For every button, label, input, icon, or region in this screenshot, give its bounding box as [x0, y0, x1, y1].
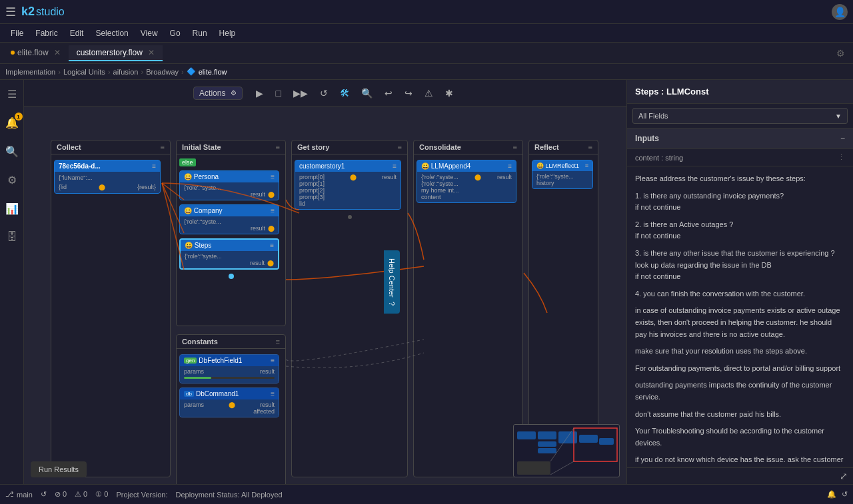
search-button[interactable]: 🔍 [357, 85, 377, 101]
sidebar-icon-database[interactable]: 🗄 [4, 228, 20, 246]
info-count: ① 0 [95, 490, 108, 499]
undo-button[interactable]: ↩ [381, 85, 397, 101]
dbcmd-menu[interactable]: ≡ [271, 390, 275, 397]
right-panel-header: Steps : LLMConst [627, 80, 853, 104]
play-button[interactable]: ▶ [252, 85, 267, 101]
project-version-label: Project Version: [116, 491, 167, 499]
tab-close-icon[interactable]: ✕ [148, 48, 155, 57]
menu-file[interactable]: File [5, 27, 29, 39]
breadcrumb-aifusion[interactable]: aifusion [113, 68, 139, 76]
persona-node[interactable]: 😀 Persona ≡ {'role':"syste... result ⬤ [179, 170, 279, 200]
breadcrumb-impl[interactable]: Implementation [5, 68, 55, 76]
panel-title: Steps : LLMConst [635, 87, 709, 97]
errors-indicator: ⊘ 0 [55, 490, 67, 499]
lane-reflect-menu[interactable]: ≡ [588, 143, 592, 151]
settings-icon[interactable]: ⚙ [836, 48, 845, 59]
llmreflect1-label: LLMReflect1 [546, 162, 580, 169]
sidebar-icon-search[interactable]: 🔍 [3, 142, 21, 160]
collect-node-label: 78ec56da-d... [59, 162, 101, 170]
sync-button[interactable]: ↺ [41, 490, 47, 499]
persona-label: Persona [194, 173, 219, 180]
help-center-button[interactable]: Help Center ? [384, 250, 400, 314]
dbcommand1-node[interactable]: db DbCommand1 ≡ params ⬤result affec [179, 387, 279, 417]
tab-elite-flow[interactable]: elite.flow ✕ [3, 45, 69, 61]
warning-button[interactable]: ⚠ [421, 85, 437, 101]
run-results-button[interactable]: Run Results [31, 461, 87, 477]
help-center-label: Help Center [388, 258, 396, 298]
fields-select[interactable]: All Fields ▼ [632, 108, 848, 124]
bell-icon[interactable]: 🔔 [827, 490, 836, 499]
persona-menu[interactable]: ≡ [271, 173, 275, 180]
menu-fabric[interactable]: Fabric [30, 27, 63, 39]
lane-initial-menu[interactable]: ≡ [276, 143, 280, 151]
sidebar-icon-chart[interactable]: 📊 [3, 200, 21, 218]
sync-icon-right[interactable]: ↺ [842, 490, 848, 499]
svg-line-13 [550, 461, 574, 475]
llmappend4-node[interactable]: 😀 LLMAppend4 ≡ {'role':"syste... ⬤result… [417, 160, 516, 203]
content-line-4: 3. is there any other issue that the cus… [635, 248, 845, 283]
sync-icon: ↺ [41, 490, 47, 499]
stop-button[interactable]: □ [271, 85, 285, 101]
sidebar-icon-notification[interactable]: 🔔 1 [3, 114, 21, 132]
expand-icon[interactable]: ⤢ [840, 471, 848, 481]
lane-collect: Collect ≡ 78ec56da-d... ≡ {"luName":... [51, 140, 171, 477]
llmappend4-label: LLMAppend4 [431, 162, 471, 170]
steps-label: Steps [195, 242, 212, 249]
warnings-indicator: ⚠ 0 [75, 490, 87, 499]
llmappend4-menu[interactable]: ≡ [508, 162, 512, 170]
progress-bar [184, 377, 275, 379]
content-field-label: content : string [635, 154, 683, 162]
actions-button[interactable]: Actions ⚙ [193, 87, 243, 100]
cs1-menu[interactable]: ≡ [393, 162, 397, 170]
collect-node[interactable]: 78ec56da-d... ≡ {"luName":... {lid ⬤ {re… [54, 160, 161, 194]
llmreflect1-menu[interactable]: ≡ [585, 162, 588, 169]
content-line-6: in case of outstanding invoice payments … [635, 305, 845, 340]
lane-initial-label: Initial State [182, 143, 221, 151]
dbfetchfield1-node[interactable]: gen DbFetchField1 ≡ params result [179, 354, 279, 383]
star-button[interactable]: ✱ [441, 85, 457, 101]
tab-close-icon[interactable]: ✕ [54, 48, 61, 57]
sidebar-icon-settings[interactable]: ⚙ [5, 171, 19, 189]
lane-reflect-label: Reflect [534, 143, 559, 151]
company-node[interactable]: 😀 Company ≡ {'role':"syste... result ⬤ [179, 204, 279, 234]
else-badge: else [179, 158, 196, 166]
lane-getstory-menu[interactable]: ≡ [398, 143, 402, 151]
sidebar-icon-menu[interactable]: ☰ [5, 85, 19, 103]
company-menu[interactable]: ≡ [271, 207, 275, 214]
lane-constants-menu[interactable]: ≡ [276, 338, 280, 346]
fields-label: All Fields [638, 112, 668, 120]
inputs-section: Inputs − [627, 128, 853, 149]
menu-edit[interactable]: Edit [65, 27, 89, 39]
menu-go[interactable]: Go [165, 27, 186, 39]
tab-customerstory-flow[interactable]: customerstory.flow ✕ [69, 45, 163, 61]
user-avatar[interactable]: 👤 [832, 4, 848, 20]
refresh-button[interactable]: ↺ [316, 85, 332, 101]
lane-collect-header: Collect ≡ [51, 140, 170, 154]
redo-button[interactable]: ↪ [401, 85, 417, 101]
content-field-options[interactable]: ⋮ [838, 153, 845, 162]
collect-node-menu[interactable]: ≡ [152, 162, 156, 170]
content-line-8: For outstanding payments, direct to port… [635, 363, 845, 375]
hamburger-icon[interactable]: ☰ [5, 5, 16, 19]
fields-row: All Fields ▼ [627, 104, 853, 128]
breadcrumb-logical[interactable]: Logical Units [63, 68, 105, 76]
steps-menu[interactable]: ≡ [270, 242, 274, 249]
menu-selection[interactable]: Selection [90, 27, 133, 39]
dbfetch-menu[interactable]: ≡ [271, 357, 275, 364]
steps-node[interactable]: 😀 Steps ≡ {'role':"syste... result ⬤ [179, 238, 279, 270]
customerstory1-node[interactable]: customerstory1 ≡ prompt[0] ⬤result promp… [295, 160, 401, 210]
dbcmd-label: DbCommand1 [196, 390, 239, 397]
lane-collect-menu[interactable]: ≡ [161, 143, 165, 151]
inputs-collapse-icon[interactable]: − [840, 134, 845, 143]
lane-consolidate-menu[interactable]: ≡ [513, 143, 517, 151]
menu-run[interactable]: Run [187, 27, 213, 39]
menu-help[interactable]: Help [214, 27, 241, 39]
menu-view[interactable]: View [135, 27, 163, 39]
content-line-10: don't assume that the customer paid his … [635, 409, 845, 421]
breadcrumb-broadway[interactable]: Broadway [146, 68, 179, 76]
content-line-12: if you do not know which device has the … [635, 454, 845, 467]
step-button[interactable]: ▶▶ [289, 85, 312, 101]
debug-button[interactable]: 🛠 [336, 85, 353, 101]
llmreflect1-node[interactable]: 😀 LLMReflect1 ≡ {'role':"syste... histor… [532, 160, 593, 189]
content-text: Please address the customer's issue by t… [627, 166, 853, 467]
